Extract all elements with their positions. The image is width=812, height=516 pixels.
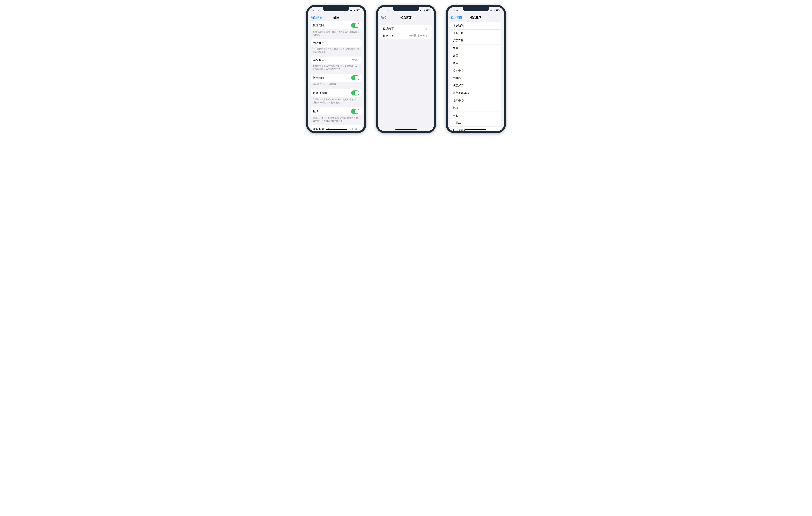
status-time: 10:28: [452, 9, 459, 12]
list-item[interactable]: 锁定屏幕旋转: [450, 89, 501, 97]
status-indicators: [489, 9, 500, 11]
list-item[interactable]: 手电筒: [450, 74, 501, 82]
footer-tapwake: 轻点显示器时，唤醒屏幕。: [311, 82, 362, 86]
chevron-right-icon: ›: [358, 127, 359, 130]
row-touch-accommodations[interactable]: 触控调节 关闭 ›: [311, 57, 362, 64]
svg-rect-3: [352, 9, 352, 11]
toggle-on[interactable]: [351, 23, 359, 28]
row-triple-tap[interactable]: 轻点三下 新建快捷指令 1 ›: [380, 32, 432, 39]
settings-content[interactable]: 便捷访问 从屏幕底部边缘向下轻扫，将屏幕上方项目拉至可及范围。 触感触控 › 用…: [308, 21, 364, 131]
row-label: 振动: [313, 110, 351, 113]
row-tap-to-wake[interactable]: 轻点唤醒: [311, 74, 362, 82]
row-label: 手电筒: [453, 76, 499, 80]
home-indicator[interactable]: [326, 129, 347, 130]
list-item[interactable]: 调高音量: [450, 37, 501, 44]
list-item[interactable]: 摇动: [450, 112, 501, 119]
wifi-icon: [423, 9, 426, 11]
row-call-audio-routing[interactable]: 音频通话方式 自动 ›: [311, 125, 362, 131]
list-item[interactable]: 便捷访问: [450, 22, 501, 30]
list-item[interactable]: 聚焦: [450, 59, 501, 67]
settings-content[interactable]: 轻点两下 无 › 轻点三下 新建快捷指令 1 ›: [378, 21, 434, 131]
svg-rect-17: [492, 9, 492, 11]
row-value: 无 ›: [425, 27, 429, 30]
footer-vibrate: 此开关关闭时，iPhone 上包括地震、海啸和其他紧急警报在内的振动将全部停用。: [311, 116, 362, 123]
phone-mockup-1: 10:27 ‹ 辅助功能 触控 便: [306, 5, 366, 133]
row-vibration[interactable]: 振动: [311, 107, 362, 116]
toggle-on[interactable]: [351, 75, 359, 80]
row-value: 自动 ›: [352, 127, 359, 131]
svg-rect-1: [350, 10, 351, 11]
battery-icon: [426, 9, 430, 11]
group-vibrate: 振动: [311, 107, 362, 116]
chevron-left-icon: ‹: [310, 16, 311, 19]
row-value: 新建快捷指令 1 ›: [408, 34, 429, 38]
reachability-row-partial[interactable]: 便捷访问: [311, 21, 362, 29]
svg-rect-5: [357, 10, 358, 11]
list-item[interactable]: 主屏幕: [450, 119, 501, 127]
row-label: 摇动以撤销: [313, 91, 351, 95]
row-label: 轻点唤醒: [313, 76, 351, 80]
row-label: 聚焦: [453, 61, 499, 65]
cellular-icon: [489, 9, 492, 11]
svg-rect-2: [351, 10, 352, 11]
list-item[interactable]: 通知中心: [450, 97, 501, 104]
screen: 10:27 ‹ 辅助功能 触控 便: [308, 7, 364, 131]
row-label: 触感触控: [313, 41, 357, 45]
footer-shake: 如果经常无意中摇动到 iPhone，您可以停用“摇动以撤销”来避免出现“撤销”提…: [311, 97, 362, 104]
svg-rect-16: [491, 10, 491, 11]
screen: 10:28 ‹ 触控 轻点背面 轻: [378, 7, 434, 131]
list-item[interactable]: App 切换器: [450, 127, 501, 131]
nav-bar: ‹ 触控 轻点背面: [378, 14, 434, 21]
back-button[interactable]: ‹ 轻点背面: [450, 16, 462, 20]
nav-title: 轻点三下: [470, 16, 481, 20]
list-item[interactable]: 锁定屏幕: [450, 82, 501, 89]
back-button[interactable]: ‹ 辅助功能: [310, 16, 322, 20]
toggle-on[interactable]: [351, 109, 359, 114]
row-label: 主屏幕: [453, 121, 499, 125]
battery-icon: [356, 9, 360, 11]
svg-rect-10: [422, 9, 422, 11]
back-button[interactable]: ‹ 触控: [379, 16, 386, 20]
row-label: 便捷访问: [313, 23, 351, 27]
list-item[interactable]: 控制中心: [450, 67, 501, 74]
nav-title: 触控: [334, 16, 339, 20]
chevron-left-icon: ‹: [450, 16, 451, 19]
group-haptic: 触感触控 ›: [311, 39, 362, 47]
toggle-on[interactable]: [351, 90, 359, 95]
row-double-tap[interactable]: 轻点两下 无 ›: [380, 25, 432, 32]
battery-icon: [496, 9, 500, 11]
settings-content[interactable]: 便捷访问调低音量调高音量截屏静音聚焦控制中心手电筒锁定屏幕锁定屏幕旋转通知中心相…: [448, 21, 504, 131]
svg-rect-7: [419, 11, 420, 11]
home-indicator[interactable]: [465, 129, 486, 130]
list-item[interactable]: 调低音量: [450, 30, 501, 37]
notch: [323, 7, 349, 11]
row-label: 静音: [453, 54, 499, 58]
svg-rect-20: [500, 10, 500, 11]
row-label: 调高音量: [453, 39, 499, 42]
footer-reachability: 从屏幕底部边缘向下轻扫，将屏幕上方项目拉至可及范围。: [311, 29, 362, 36]
chevron-right-icon: ›: [428, 34, 429, 37]
svg-rect-13: [430, 10, 430, 11]
row-haptic-touch[interactable]: 触感触控 ›: [311, 39, 362, 47]
notch: [393, 7, 419, 11]
cellular-icon: [419, 9, 422, 11]
nav-bar: ‹ 轻点背面 轻点三下: [448, 14, 504, 21]
group-backtap-options: 轻点两下 无 › 轻点三下 新建快捷指令 1 ›: [380, 25, 432, 39]
home-indicator[interactable]: [396, 129, 416, 130]
svg-rect-14: [489, 11, 490, 11]
wifi-icon: [353, 9, 356, 11]
row-label: 轻点三下: [383, 34, 408, 38]
row-label: 通知中心: [453, 98, 499, 102]
row-shake-to-undo[interactable]: 摇动以撤销: [311, 89, 362, 97]
chevron-right-icon: ›: [428, 27, 429, 30]
notch: [463, 7, 489, 11]
row-label: 截屏: [453, 46, 499, 50]
back-label: 轻点背面: [451, 16, 462, 20]
list-item[interactable]: 相机: [450, 104, 501, 112]
cellular-icon: [350, 9, 352, 11]
list-item[interactable]: 截屏: [450, 44, 501, 52]
chevron-right-icon: ›: [358, 41, 359, 44]
list-item[interactable]: 静音: [450, 52, 501, 59]
wifi-icon: [493, 9, 495, 11]
group-touch-accom: 触控调节 关闭 ›: [311, 57, 362, 64]
